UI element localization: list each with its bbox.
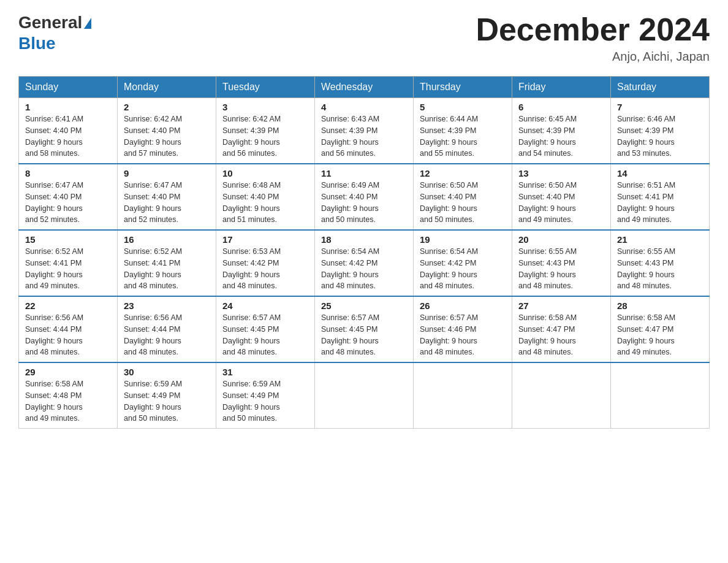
day-number: 11 — [321, 168, 407, 178]
calendar-week-row: 8 Sunrise: 6:47 AM Sunset: 4:40 PM Dayli… — [19, 164, 710, 230]
day-number: 21 — [617, 234, 703, 245]
day-info: Sunrise: 6:56 AM Sunset: 4:44 PM Dayligh… — [124, 312, 210, 358]
day-info: Sunrise: 6:58 AM Sunset: 4:48 PM Dayligh… — [25, 378, 111, 424]
day-number: 4 — [321, 102, 407, 112]
calendar-cell: 9 Sunrise: 6:47 AM Sunset: 4:40 PM Dayli… — [118, 164, 216, 230]
day-number: 2 — [124, 102, 210, 112]
calendar-cell: 19 Sunrise: 6:54 AM Sunset: 4:42 PM Dayl… — [414, 230, 512, 296]
day-number: 16 — [124, 234, 210, 245]
day-number: 3 — [222, 102, 308, 112]
calendar-cell — [315, 362, 414, 429]
col-header-thursday: Thursday — [414, 77, 512, 98]
calendar-cell: 28 Sunrise: 6:58 AM Sunset: 4:47 PM Dayl… — [611, 296, 710, 362]
calendar-cell: 18 Sunrise: 6:54 AM Sunset: 4:42 PM Dayl… — [315, 230, 414, 296]
day-number: 13 — [518, 168, 604, 178]
calendar-cell: 16 Sunrise: 6:52 AM Sunset: 4:41 PM Dayl… — [118, 230, 216, 296]
calendar-cell: 30 Sunrise: 6:59 AM Sunset: 4:49 PM Dayl… — [118, 362, 216, 429]
day-info: Sunrise: 6:59 AM Sunset: 4:49 PM Dayligh… — [222, 378, 308, 424]
day-info: Sunrise: 6:57 AM Sunset: 4:45 PM Dayligh… — [321, 312, 407, 358]
calendar-cell — [611, 362, 710, 429]
day-info: Sunrise: 6:44 AM Sunset: 4:39 PM Dayligh… — [420, 113, 506, 159]
day-number: 22 — [25, 301, 111, 311]
day-info: Sunrise: 6:55 AM Sunset: 4:43 PM Dayligh… — [518, 246, 604, 292]
calendar-cell: 11 Sunrise: 6:49 AM Sunset: 4:40 PM Dayl… — [315, 164, 414, 230]
day-number: 6 — [518, 102, 604, 112]
day-info: Sunrise: 6:47 AM Sunset: 4:40 PM Dayligh… — [124, 180, 210, 226]
day-number: 8 — [25, 168, 111, 178]
logo-general-text: General — [18, 12, 91, 33]
calendar-cell: 13 Sunrise: 6:50 AM Sunset: 4:40 PM Dayl… — [512, 164, 611, 230]
calendar-week-row: 22 Sunrise: 6:56 AM Sunset: 4:44 PM Dayl… — [19, 296, 710, 362]
day-info: Sunrise: 6:50 AM Sunset: 4:40 PM Dayligh… — [420, 180, 506, 226]
day-number: 17 — [222, 234, 308, 245]
calendar-cell: 22 Sunrise: 6:56 AM Sunset: 4:44 PM Dayl… — [19, 296, 118, 362]
day-number: 1 — [25, 102, 111, 112]
calendar-cell: 24 Sunrise: 6:57 AM Sunset: 4:45 PM Dayl… — [216, 296, 315, 362]
logo: General Blue — [18, 12, 91, 53]
col-header-saturday: Saturday — [611, 77, 710, 98]
day-number: 15 — [25, 234, 111, 245]
calendar-header-row: SundayMondayTuesdayWednesdayThursdayFrid… — [19, 77, 710, 98]
calendar-cell: 1 Sunrise: 6:41 AM Sunset: 4:40 PM Dayli… — [19, 98, 118, 164]
calendar-cell: 10 Sunrise: 6:48 AM Sunset: 4:40 PM Dayl… — [216, 164, 315, 230]
calendar-cell: 21 Sunrise: 6:55 AM Sunset: 4:43 PM Dayl… — [611, 230, 710, 296]
day-info: Sunrise: 6:47 AM Sunset: 4:40 PM Dayligh… — [25, 180, 111, 226]
day-number: 20 — [518, 234, 604, 245]
col-header-monday: Monday — [118, 77, 216, 98]
calendar-table: SundayMondayTuesdayWednesdayThursdayFrid… — [18, 76, 710, 429]
day-info: Sunrise: 6:42 AM Sunset: 4:40 PM Dayligh… — [124, 113, 210, 159]
day-info: Sunrise: 6:49 AM Sunset: 4:40 PM Dayligh… — [321, 180, 407, 226]
day-number: 7 — [617, 102, 703, 112]
day-number: 27 — [518, 301, 604, 311]
day-info: Sunrise: 6:55 AM Sunset: 4:43 PM Dayligh… — [617, 246, 703, 292]
calendar-cell: 7 Sunrise: 6:46 AM Sunset: 4:39 PM Dayli… — [611, 98, 710, 164]
day-number: 23 — [124, 301, 210, 311]
day-info: Sunrise: 6:45 AM Sunset: 4:39 PM Dayligh… — [518, 113, 604, 159]
calendar-cell: 20 Sunrise: 6:55 AM Sunset: 4:43 PM Dayl… — [512, 230, 611, 296]
calendar-cell: 17 Sunrise: 6:53 AM Sunset: 4:42 PM Dayl… — [216, 230, 315, 296]
day-info: Sunrise: 6:48 AM Sunset: 4:40 PM Dayligh… — [222, 180, 308, 226]
day-number: 28 — [617, 301, 703, 311]
day-info: Sunrise: 6:42 AM Sunset: 4:39 PM Dayligh… — [222, 113, 308, 159]
day-info: Sunrise: 6:52 AM Sunset: 4:41 PM Dayligh… — [124, 246, 210, 292]
day-info: Sunrise: 6:53 AM Sunset: 4:42 PM Dayligh… — [222, 246, 308, 292]
calendar-cell: 14 Sunrise: 6:51 AM Sunset: 4:41 PM Dayl… — [611, 164, 710, 230]
calendar-cell: 27 Sunrise: 6:58 AM Sunset: 4:47 PM Dayl… — [512, 296, 611, 362]
calendar-week-row: 29 Sunrise: 6:58 AM Sunset: 4:48 PM Dayl… — [19, 362, 710, 429]
day-number: 30 — [124, 367, 210, 377]
logo-triangle-icon — [84, 18, 91, 29]
calendar-week-row: 15 Sunrise: 6:52 AM Sunset: 4:41 PM Dayl… — [19, 230, 710, 296]
calendar-week-row: 1 Sunrise: 6:41 AM Sunset: 4:40 PM Dayli… — [19, 98, 710, 164]
day-info: Sunrise: 6:54 AM Sunset: 4:42 PM Dayligh… — [321, 246, 407, 292]
day-number: 5 — [420, 102, 506, 112]
day-info: Sunrise: 6:58 AM Sunset: 4:47 PM Dayligh… — [518, 312, 604, 358]
calendar-cell: 3 Sunrise: 6:42 AM Sunset: 4:39 PM Dayli… — [216, 98, 315, 164]
day-info: Sunrise: 6:46 AM Sunset: 4:39 PM Dayligh… — [617, 113, 703, 159]
logo-blue-text: Blue — [18, 33, 91, 54]
day-info: Sunrise: 6:57 AM Sunset: 4:46 PM Dayligh… — [420, 312, 506, 358]
calendar-cell: 31 Sunrise: 6:59 AM Sunset: 4:49 PM Dayl… — [216, 362, 315, 429]
day-info: Sunrise: 6:58 AM Sunset: 4:47 PM Dayligh… — [617, 312, 703, 358]
calendar-cell: 25 Sunrise: 6:57 AM Sunset: 4:45 PM Dayl… — [315, 296, 414, 362]
day-number: 25 — [321, 301, 407, 311]
title-area: December 2024 Anjo, Aichi, Japan — [476, 12, 710, 64]
day-number: 24 — [222, 301, 308, 311]
day-info: Sunrise: 6:43 AM Sunset: 4:39 PM Dayligh… — [321, 113, 407, 159]
location-title: Anjo, Aichi, Japan — [476, 50, 710, 64]
calendar-cell: 2 Sunrise: 6:42 AM Sunset: 4:40 PM Dayli… — [118, 98, 216, 164]
day-info: Sunrise: 6:51 AM Sunset: 4:41 PM Dayligh… — [617, 180, 703, 226]
calendar-cell: 6 Sunrise: 6:45 AM Sunset: 4:39 PM Dayli… — [512, 98, 611, 164]
calendar-cell: 29 Sunrise: 6:58 AM Sunset: 4:48 PM Dayl… — [19, 362, 118, 429]
col-header-friday: Friday — [512, 77, 611, 98]
day-info: Sunrise: 6:56 AM Sunset: 4:44 PM Dayligh… — [25, 312, 111, 358]
calendar-cell: 15 Sunrise: 6:52 AM Sunset: 4:41 PM Dayl… — [19, 230, 118, 296]
col-header-tuesday: Tuesday — [216, 77, 315, 98]
day-number: 26 — [420, 301, 506, 311]
day-info: Sunrise: 6:50 AM Sunset: 4:40 PM Dayligh… — [518, 180, 604, 226]
day-number: 10 — [222, 168, 308, 178]
day-number: 14 — [617, 168, 703, 178]
calendar-cell: 12 Sunrise: 6:50 AM Sunset: 4:40 PM Dayl… — [414, 164, 512, 230]
day-info: Sunrise: 6:57 AM Sunset: 4:45 PM Dayligh… — [222, 312, 308, 358]
day-number: 19 — [420, 234, 506, 245]
calendar-cell: 26 Sunrise: 6:57 AM Sunset: 4:46 PM Dayl… — [414, 296, 512, 362]
